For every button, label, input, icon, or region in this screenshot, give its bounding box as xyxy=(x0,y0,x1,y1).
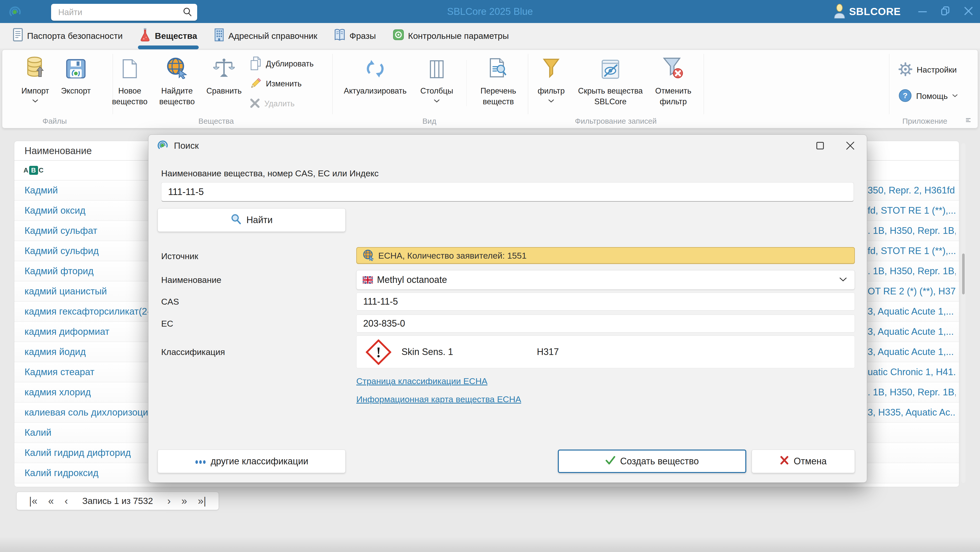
tab-label: Контрольные параметры xyxy=(408,31,509,41)
other-classifications-button[interactable]: другие классификации xyxy=(158,450,345,473)
fast-next-button[interactable]: » xyxy=(181,496,187,506)
globe-search-icon xyxy=(166,53,188,79)
edit-button[interactable]: Изменить xyxy=(250,74,331,94)
tab-phrases[interactable]: Фразы xyxy=(331,23,378,49)
substance-name-link[interactable]: кадмия диформиат xyxy=(24,322,109,342)
echa-classification-link[interactable]: Страница классификации ECHA xyxy=(356,376,487,386)
close-icon xyxy=(846,141,855,151)
echa-infocard-link[interactable]: Информационная карта вещества ECHA xyxy=(356,394,521,404)
blank-document-icon xyxy=(122,53,138,79)
funnel-icon xyxy=(543,53,560,79)
last-page-button[interactable]: »| xyxy=(198,496,206,506)
substance-name-link[interactable]: Кадмия стеарат xyxy=(24,362,94,382)
prev-page-button[interactable]: ‹ xyxy=(65,496,68,506)
find-button[interactable]: Найти xyxy=(158,208,345,232)
dialog-title: Поиск xyxy=(174,140,199,151)
columns-button[interactable]: Столбцы xyxy=(414,53,460,117)
substance-name-link[interactable]: Калий гидроксид xyxy=(24,463,99,483)
target-icon xyxy=(393,29,404,42)
substance-name-link[interactable]: Калий гидрид дифторид xyxy=(24,443,131,463)
classification-cell: 3, Aquatic Acute 1,... xyxy=(868,342,956,362)
tab-control-parameters[interactable]: Контрольные параметры xyxy=(390,23,511,49)
cas-field[interactable]: 111-11-5 xyxy=(356,293,855,311)
group-menu-icon[interactable] xyxy=(966,118,971,123)
refresh-button[interactable]: Актуализировать xyxy=(339,53,411,117)
name-dropdown[interactable]: Methyl octanoate xyxy=(356,270,855,290)
delete-button[interactable]: Удалить xyxy=(250,94,331,114)
chevron-down-icon xyxy=(952,94,958,98)
classification-label: Классификация xyxy=(161,335,225,368)
classification-cell: OT RE 2 (*) (**), H37... xyxy=(868,281,956,301)
filter-button[interactable]: фильтр xyxy=(530,53,573,117)
cancel-button[interactable]: Отмена xyxy=(752,450,855,473)
settings-button[interactable]: Настройки xyxy=(898,62,957,77)
svg-text:?: ? xyxy=(903,91,908,100)
first-page-button[interactable]: |« xyxy=(29,496,38,506)
substance-name-link[interactable]: Калий xyxy=(24,423,51,443)
dialog-search-field[interactable] xyxy=(161,182,854,202)
close-button[interactable] xyxy=(957,0,980,23)
global-search-box[interactable] xyxy=(51,4,197,21)
classification-cell: . 1B, H350, Repr. 1B,... xyxy=(868,221,956,241)
substance-name-link[interactable]: калиевая соль дихлоризоцианур xyxy=(24,402,169,423)
refresh-icon xyxy=(365,53,385,79)
substance-name-link[interactable]: кадмия хлорид xyxy=(24,382,91,402)
help-button[interactable]: ? Помощь xyxy=(898,89,958,104)
global-search-input[interactable] xyxy=(51,7,182,17)
window-title: SBLCore 2025 Blue xyxy=(447,6,533,17)
restore-button[interactable] xyxy=(934,0,957,23)
substance-name-link[interactable]: Кадмий xyxy=(24,180,58,200)
database-import-icon xyxy=(26,53,44,79)
tab-label: Паспорта безопасности xyxy=(27,31,123,41)
search-dialog: Поиск Наименование вещества, номер CAS, … xyxy=(148,134,867,483)
vertical-scrollbar[interactable] xyxy=(961,143,966,483)
dialog-titlebar[interactable]: Поиск xyxy=(148,135,867,157)
restore-icon xyxy=(940,6,951,17)
tab-label: Адресный справочник xyxy=(228,31,317,41)
building-icon xyxy=(214,28,224,43)
view-group-label: Вид xyxy=(378,117,480,126)
tab-safety-data-sheets[interactable]: Паспорта безопасности xyxy=(10,23,125,49)
create-substance-button[interactable]: Создать вещество xyxy=(558,450,746,473)
substance-name-link[interactable]: Кадмий сульфид xyxy=(24,241,99,261)
dialog-search-input[interactable] xyxy=(161,182,854,201)
hide-sblcore-button[interactable]: Скрыть веществаSBLCore xyxy=(573,53,648,117)
dialog-maximize-button[interactable] xyxy=(813,139,828,153)
tab-substances[interactable]: Вещества xyxy=(137,23,200,49)
delete-x-icon xyxy=(250,98,260,110)
minimize-button[interactable] xyxy=(911,0,934,23)
cancel-filter-button[interactable]: Отменитьфильтр xyxy=(646,53,700,117)
substance-list-button[interactable]: Переченьвеществ xyxy=(470,53,527,117)
scrollbar-thumb[interactable] xyxy=(962,254,965,294)
user-avatar-icon xyxy=(834,3,845,19)
export-button[interactable]: Экспорт xyxy=(53,53,99,117)
substance-name-link[interactable]: Кадмий фторид xyxy=(24,261,94,281)
scales-icon xyxy=(213,53,235,79)
classification-cell: 350, Repr. 2, H361fd... xyxy=(868,180,956,200)
tab-label: Фразы xyxy=(349,31,376,41)
fast-prev-button[interactable]: « xyxy=(48,496,54,506)
ec-label: EC xyxy=(161,314,173,332)
substance-name-link[interactable]: кадмий цианистый xyxy=(24,281,107,301)
compare-button[interactable]: Сравнить xyxy=(196,53,252,117)
record-counter: Запись 1 из 7532 xyxy=(82,496,153,506)
substance-name-link[interactable]: кадмия йодид xyxy=(24,342,86,362)
tab-address-book[interactable]: Адресный справочник xyxy=(212,23,320,49)
substance-name-link[interactable]: Кадмий сульфат xyxy=(24,221,97,241)
dialog-close-button[interactable] xyxy=(843,139,858,153)
substance-name-link[interactable]: кадмия гексафторсиликат(2-) xyxy=(24,302,153,321)
substance-name-link[interactable]: Кадмий оксид xyxy=(24,201,86,220)
duplicate-button[interactable]: Дублировать xyxy=(250,54,331,74)
classification-cell: 3, Aquatic Acute 1,... xyxy=(868,302,956,321)
titlebar: SBLCore 2025 Blue SBLCORE xyxy=(0,0,980,23)
chevron-down-icon xyxy=(32,99,38,104)
source-field[interactable]: ECHA, Количество заявителей: 1551 xyxy=(356,247,855,264)
next-page-button[interactable]: › xyxy=(167,496,170,506)
active-tab-indicator xyxy=(138,45,199,49)
import-button[interactable]: Импорт xyxy=(12,53,58,117)
copy-icon xyxy=(250,56,262,71)
search-icon xyxy=(182,6,192,18)
classification-cell: 3, H335, Aquatic Ac... xyxy=(868,402,956,423)
phrases-book-icon xyxy=(334,29,345,43)
ec-field[interactable]: 203-835-0 xyxy=(356,314,855,332)
